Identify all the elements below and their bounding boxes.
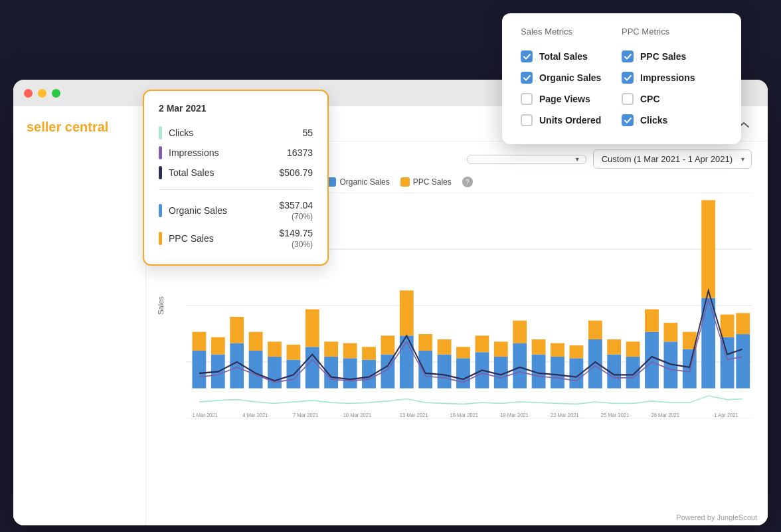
tooltip-row-organic: Organic Sales $357.04 (70%) [159,197,313,224]
tooltip-label-organic: Organic Sales [169,205,227,216]
svg-rect-12 [230,343,244,389]
browser-window: seller central Dashboard Custom (1 Mar 2… [13,80,768,525]
svg-rect-24 [343,358,357,388]
svg-rect-66 [736,334,750,389]
bar-organic-1 [192,351,206,389]
scene: Sales Metrics PPC Metrics Total Sales PP… [0,0,781,532]
tooltip-divider [159,189,313,190]
svg-rect-67 [736,313,750,334]
checkbox-cpc[interactable] [622,93,634,105]
tooltip-row-ppc: PPC Sales $149.75 (30%) [159,224,313,252]
tooltip-card: 2 Mar 2021 Clicks 55 Impressions 16373 T… [143,90,329,266]
svg-rect-13 [230,317,244,343]
svg-text:1 Apr 2021: 1 Apr 2021 [714,411,738,418]
product-dropdown[interactable] [467,155,586,164]
metrics-item-page-views[interactable]: Page Views [521,88,622,110]
svg-rect-42 [513,343,527,389]
label-ppc-sales: PPC Sales [640,51,686,62]
metrics-item-units-ordered[interactable]: Units Ordered [521,110,622,131]
tooltip-color-ppc [159,232,162,245]
svg-text:10 Mar 2021: 10 Mar 2021 [343,411,372,418]
tooltip-row-clicks: Clicks 55 [159,123,313,143]
svg-rect-54 [626,357,640,389]
browser-content: seller central Dashboard Custom (1 Mar 2… [13,106,768,525]
legend-ppc-sales-color [400,177,410,187]
tooltip-row-impressions-left: Impressions [159,146,218,159]
label-clicks: Clicks [640,115,667,126]
legend-ppc-sales: PPC Sales [400,177,452,187]
svg-text:13 Mar 2021: 13 Mar 2021 [400,411,428,418]
svg-rect-19 [286,345,300,360]
traffic-light-yellow[interactable] [38,89,46,98]
svg-rect-27 [362,347,376,359]
svg-rect-53 [607,339,621,355]
metrics-item-clicks[interactable]: Clicks [622,110,723,131]
metrics-panel: Sales Metrics PPC Metrics Total Sales PP… [502,13,741,144]
y-axis-label: Sales [157,296,165,315]
tooltip-color-organic [159,204,162,217]
svg-rect-56 [645,332,659,389]
label-organic-sales: Organic Sales [539,72,601,83]
svg-rect-17 [268,341,282,357]
label-page-views: Page Views [539,94,590,104]
metrics-item-ppc-sales[interactable]: PPC Sales [622,46,723,67]
svg-rect-65 [721,315,735,337]
metrics-item-cpc[interactable]: CPC [622,88,723,110]
svg-text:16 Mar 2021: 16 Mar 2021 [450,411,479,418]
tooltip-row-organic-left: Organic Sales [159,204,227,217]
svg-rect-49 [569,345,583,358]
checkbox-total-sales[interactable] [521,50,533,62]
sales-metrics-header: Sales Metrics [521,27,622,37]
checkbox-units-ordered[interactable] [521,114,533,126]
powered-by: Powered by JungleScout [676,513,757,521]
svg-rect-31 [400,290,414,335]
svg-rect-55 [626,341,640,357]
svg-rect-35 [438,339,452,355]
tooltip-subtext-organic: (70%) [292,212,313,221]
svg-rect-45 [532,339,546,355]
svg-rect-22 [324,357,338,389]
help-icon[interactable]: ? [462,177,473,187]
svg-rect-11 [211,337,225,355]
svg-rect-15 [249,332,263,351]
tooltip-subtext-ppc: (30%) [292,240,313,249]
metrics-item-total-sales[interactable]: Total Sales [521,46,622,67]
tooltip-color-clicks [159,126,162,139]
tooltip-value-clicks: 55 [302,128,313,138]
svg-rect-20 [305,347,319,388]
traffic-light-green[interactable] [52,89,60,98]
checkbox-organic-sales[interactable] [521,72,533,84]
metrics-item-impressions[interactable]: Impressions [622,67,723,88]
checkbox-page-views[interactable] [521,93,533,105]
svg-rect-59 [663,323,677,341]
tooltip-label-clicks: Clicks [169,128,193,138]
svg-text:19 Mar 2021: 19 Mar 2021 [500,411,529,418]
tooltip-row-impressions: Impressions 16373 [159,143,313,163]
tooltip-row-clicks-left: Clicks [159,126,193,139]
svg-rect-50 [588,339,602,389]
svg-rect-36 [456,358,470,388]
date-range-button[interactable]: Custom (1 Mar 2021 - 1 Apr 2021) [593,149,752,169]
tooltip-value-organic: $357.04 [279,200,313,211]
svg-rect-37 [456,347,470,358]
sidebar-logo: seller central [13,120,145,148]
svg-rect-25 [343,343,357,359]
checkbox-ppc-sales[interactable] [622,50,634,62]
label-cpc: CPC [640,94,660,104]
svg-text:28 Mar 2021: 28 Mar 2021 [651,411,680,418]
svg-rect-23 [324,341,338,357]
legend-organic-sales-label: Organic Sales [339,177,389,187]
svg-text:7 Mar 2021: 7 Mar 2021 [293,411,319,418]
svg-rect-32 [418,351,432,389]
tooltip-row-total-sales-left: Total Sales [159,166,214,179]
svg-text:4 Mar 2021: 4 Mar 2021 [242,411,268,418]
svg-rect-51 [588,321,602,339]
checkbox-impressions[interactable] [622,72,634,84]
svg-rect-39 [475,335,489,352]
tooltip-value-ppc: $149.75 [279,228,313,238]
traffic-light-red[interactable] [24,89,33,98]
svg-rect-28 [381,355,394,389]
checkbox-clicks[interactable] [622,114,634,126]
label-units-ordered: Units Ordered [539,115,601,126]
metrics-item-organic-sales[interactable]: Organic Sales [521,67,622,88]
